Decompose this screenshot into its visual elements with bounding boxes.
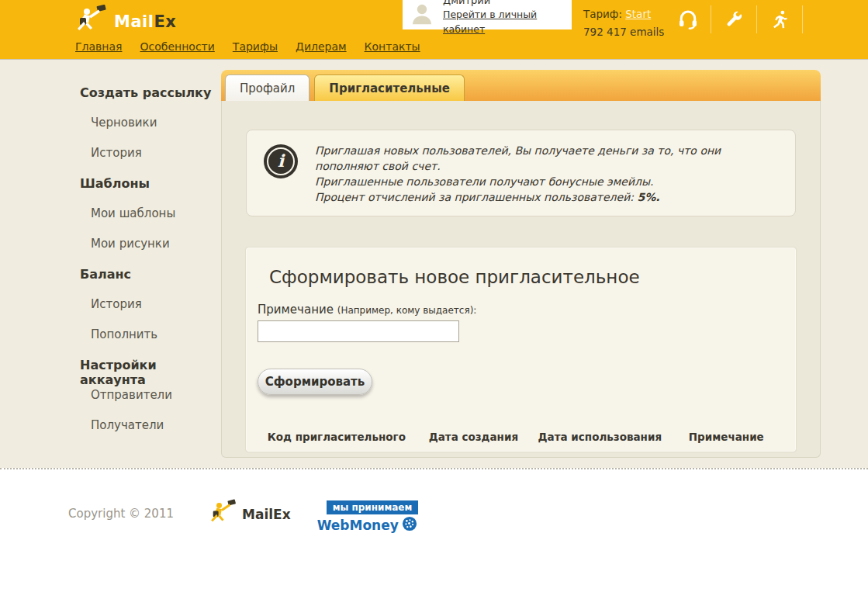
info-icon: i [267, 147, 295, 175]
header: MailEx Главная Особенности Тарифы Дилера… [0, 0, 868, 60]
info-text: Приглашая новых пользователей, Вы получа… [315, 141, 781, 205]
info-line-3: Процент отчислений за приглашенных польз… [315, 189, 781, 205]
generate-button[interactable]: Сформировать [258, 369, 372, 395]
webmoney-globe-icon [402, 516, 417, 535]
mailman-icon [72, 5, 108, 39]
content-panel: Профайл Пригласительные i Приглашая новы… [221, 70, 821, 458]
copyright: Copyright © 2011 [68, 507, 174, 521]
sidebar-item-senders[interactable]: Отправители [62, 388, 221, 418]
invitations-panel: i Приглашая новых пользователей, Вы полу… [221, 101, 821, 458]
avatar [409, 0, 435, 29]
sidebar-item-recipients[interactable]: Получатели [62, 418, 221, 448]
sidebar-item-drafts[interactable]: Черновики [62, 116, 221, 146]
nav-home[interactable]: Главная [75, 40, 122, 53]
tab-strip: Профайл Пригласительные [221, 70, 821, 101]
nav-features[interactable]: Особенности [140, 40, 214, 53]
nav-contacts[interactable]: Контакты [365, 40, 420, 53]
divider [802, 5, 803, 33]
user-box[interactable]: Дмитрий Перейти в личный кабинет [403, 0, 572, 29]
emails-count: 792 417 emails [583, 23, 664, 41]
sidebar-item-my-images[interactable]: Мои рисунки [62, 237, 221, 267]
user-name: Дмитрий [443, 0, 565, 6]
col-invite-code: Код пригласительного [258, 431, 416, 443]
headset-icon[interactable] [666, 9, 711, 30]
wrench-icon[interactable] [711, 10, 756, 29]
footer-logo: MailEx [206, 499, 291, 530]
personal-cabinet-link[interactable]: Перейти в личный кабинет [443, 9, 537, 35]
info-box: i Приглашая новых пользователей, Вы полу… [246, 130, 796, 216]
tariff-info: Тариф: Start 792 417 emails [583, 5, 664, 41]
col-created-date: Дата создания [416, 431, 531, 443]
col-used-date: Дата использования [531, 431, 669, 443]
webmoney-name: WebMoney [317, 518, 399, 533]
mailman-icon [206, 499, 237, 530]
note-input[interactable] [258, 320, 459, 342]
runner-icon[interactable] [757, 9, 802, 30]
main-nav: Главная Особенности Тарифы Дилерам Конта… [75, 40, 420, 53]
info-line-2: Приглашенные пользователи получают бонус… [315, 174, 781, 189]
tab-profile[interactable]: Профайл [225, 74, 310, 101]
info-line-1: Приглашая новых пользователей, Вы получа… [315, 143, 781, 174]
form-title: Сформировать новое пригласительное [269, 267, 784, 287]
sidebar-section-account-settings: Настройки аккаунта [62, 358, 221, 388]
tariff-label: Тариф: [583, 8, 622, 20]
tariff-plan-link[interactable]: Start [625, 8, 651, 20]
sidebar-section-balance: Баланс [62, 267, 221, 297]
footer-logo-text: MailEx [242, 507, 291, 522]
nav-tariffs[interactable]: Тарифы [233, 40, 278, 53]
footer: Copyright © 2011 MailEx мы принимаем Web… [0, 468, 868, 606]
logo[interactable]: MailEx [72, 5, 176, 39]
main-area: Создать рассылку Черновики История Шабло… [0, 60, 868, 468]
header-icons [666, 4, 803, 35]
logo-text: MailEx [114, 12, 176, 31]
invite-form-box: Сформировать новое пригласительное Приме… [246, 248, 796, 452]
sidebar-item-balance-history[interactable]: История [62, 297, 221, 327]
sidebar-item-top-up[interactable]: Пополнить [62, 327, 221, 358]
sidebar-item-my-templates[interactable]: Мои шаблоны [62, 206, 221, 237]
sidebar: Создать рассылку Черновики История Шабло… [62, 70, 221, 458]
col-note: Примечание [669, 431, 784, 443]
tab-invitations[interactable]: Пригласительные [314, 74, 465, 101]
note-label: Примечание (Например, кому выдается): [258, 303, 784, 317]
webmoney-badge[interactable]: мы принимаем WebMoney [317, 499, 419, 535]
sidebar-item-history[interactable]: История [62, 146, 221, 176]
webmoney-accept-label: мы принимаем [327, 500, 419, 514]
invite-table-header: Код пригласительного Дата создания Дата … [258, 431, 784, 443]
sidebar-section-templates: Шаблоны [62, 176, 221, 206]
sidebar-section-create: Создать рассылку [62, 85, 221, 116]
nav-dealers[interactable]: Дилерам [296, 40, 347, 53]
